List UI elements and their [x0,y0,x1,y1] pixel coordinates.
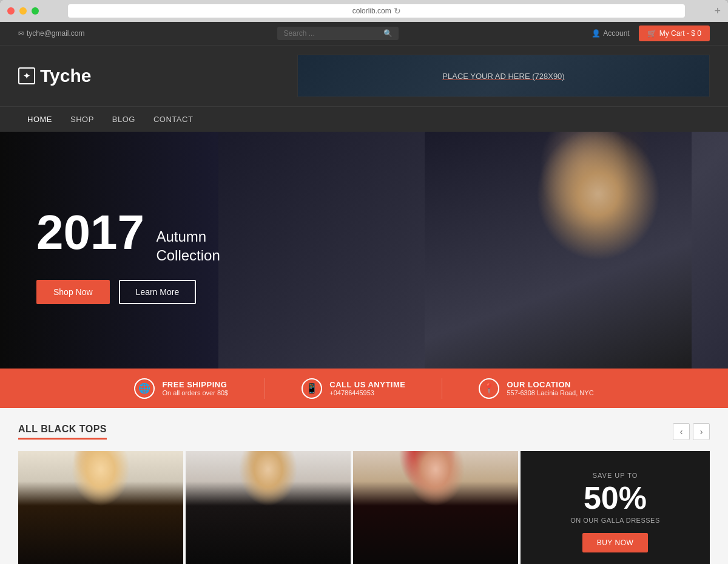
promo-save-text: SAVE UP TO [593,472,638,479]
phone-text: CALL US ANYTIME +04786445953 [329,380,405,396]
logo-icon: ✦ [18,67,35,84]
info-phone: 📱 CALL US ANYTIME +04786445953 [265,378,442,399]
browser-titlebar: colorlib.com ↻ + [0,0,728,22]
maximize-dot[interactable] [32,7,39,15]
learn-more-button[interactable]: Learn More [119,280,197,304]
email-icon: ✉ [18,30,24,38]
buy-now-button[interactable]: BUY NOW [582,533,649,552]
products-grid: SAVE UP TO 50% ON OUR GALLA DRESSES BUY … [18,451,710,564]
hero-model-figure [425,132,692,369]
url-text: colorlib.com [352,7,391,15]
info-location: 📍 OUR LOCATION 557-6308 Lacinia Road, NY… [442,378,630,399]
product-image-2 [186,451,351,564]
nav-shop-label: SHOP [70,115,94,124]
top-bar: ✉ tyche@gmail.com 🔍 👤 Account 🛒 My Cart … [0,22,728,45]
product-image-3 [353,451,518,564]
hero-section: 2017 Autumn Collection Shop Now Learn Mo… [0,132,728,369]
search-area: 🔍 [85,27,592,40]
shipping-subtitle: On all orders over 80$ [162,389,228,396]
logo-text: Tyche [40,66,91,86]
shipping-title: FREE SHIPPING [162,380,228,389]
phone-subtitle: +04786445953 [329,389,405,396]
product-image-1 [18,451,183,564]
nav-home[interactable]: HOME [18,107,61,132]
top-bar-right: 👤 Account 🛒 My Cart - $ 0 [592,25,710,41]
hero-headline: 2017 Autumn Collection [36,208,220,265]
ad-banner[interactable]: PLACE YOUR AD HERE (728X90) [297,55,710,97]
location-text: OUR LOCATION 557-6308 Lacinia Road, NYC [507,380,593,396]
email-display: ✉ tyche@gmail.com [18,29,85,38]
nav-home-label: HOME [27,115,52,124]
carousel-arrows: ‹ › [673,423,710,440]
cart-label: My Cart - $ 0 [659,29,701,38]
location-title: OUR LOCATION [507,380,593,389]
promo-card: SAVE UP TO 50% ON OUR GALLA DRESSES BUY … [521,451,710,564]
shipping-text: FREE SHIPPING On all orders over 80$ [162,380,228,396]
cart-button[interactable]: 🛒 My Cart - $ 0 [639,25,710,41]
nav-blog[interactable]: BLOG [103,107,144,132]
search-input[interactable] [283,29,380,38]
cart-icon: 🛒 [647,29,656,38]
account-icon: 👤 [592,29,601,38]
logo[interactable]: ✦ Tyche [18,66,91,86]
promo-description: ON OUR GALLA DRESSES [570,517,660,524]
products-section: ALL BLACK TOPS ‹ › SAVE UP TO 50 [0,408,728,564]
next-arrow[interactable]: › [693,423,710,440]
account-label: Account [603,29,629,38]
hero-content: 2017 Autumn Collection Shop Now Learn Mo… [0,196,220,305]
shop-now-button[interactable]: Shop Now [36,280,110,304]
product-card-2[interactable] [186,451,351,564]
new-tab-icon[interactable]: + [714,5,721,18]
refresh-icon[interactable]: ↻ [394,6,401,16]
main-nav: HOME SHOP BLOG CONTACT [0,106,728,132]
site-header: ✦ Tyche PLACE YOUR AD HERE (728X90) [0,45,728,106]
ad-banner-text: PLACE YOUR AD HERE (728X90) [442,72,564,81]
hero-buttons: Shop Now Learn More [36,280,220,304]
address-bar[interactable]: colorlib.com ↻ [68,4,685,18]
browser-window: colorlib.com ↻ + ✉ tyche@gmail.com 🔍 👤 A… [0,0,728,564]
info-shipping: 🌐 FREE SHIPPING On all orders over 80$ [98,378,265,399]
phone-icon: 📱 [302,378,322,399]
site-content: ✉ tyche@gmail.com 🔍 👤 Account 🛒 My Cart … [0,22,728,564]
prev-arrow[interactable]: ‹ [673,423,690,440]
promo-percent: 50% [584,482,647,514]
account-link[interactable]: 👤 Account [592,29,629,38]
nav-shop[interactable]: SHOP [61,107,103,132]
search-box[interactable]: 🔍 [277,27,399,40]
phone-title: CALL US ANYTIME [329,380,405,389]
product-card-1[interactable] [18,451,183,564]
location-subtitle: 557-6308 Lacinia Road, NYC [507,389,593,396]
product-card-3[interactable] [353,451,518,564]
hero-subtitle: Autumn Collection [156,227,220,265]
section-header: ALL BLACK TOPS ‹ › [18,423,710,440]
email-text: tyche@gmail.com [27,29,85,38]
shipping-icon: 🌐 [134,378,155,399]
nav-contact[interactable]: CONTACT [144,107,202,132]
minimize-dot[interactable] [19,7,27,15]
location-icon: 📍 [479,378,499,399]
search-icon[interactable]: 🔍 [383,29,393,38]
info-bar: 🌐 FREE SHIPPING On all orders over 80$ 📱… [0,369,728,408]
hero-year: 2017 [36,205,144,259]
section-title: ALL BLACK TOPS [18,424,107,440]
nav-contact-label: CONTACT [153,115,193,124]
nav-blog-label: BLOG [112,115,135,124]
hero-person-image [425,132,692,369]
close-dot[interactable] [7,7,15,15]
